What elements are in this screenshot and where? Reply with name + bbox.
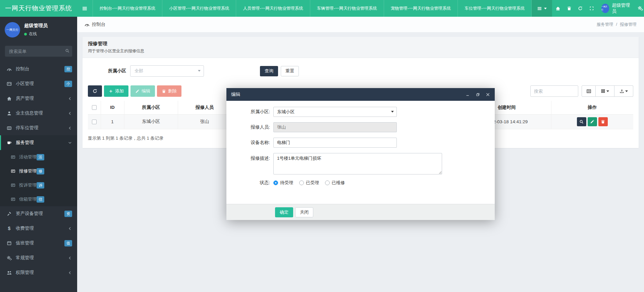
avatar: 一网天行 <box>601 4 609 13</box>
close-button[interactable]: 关闭 <box>295 207 313 217</box>
pencil-icon <box>590 120 594 124</box>
row-checkbox[interactable] <box>92 120 97 124</box>
menu-badge: 控 <box>64 66 72 72</box>
sidebar: 一网天行 超级管理员 在线 控制台 控 小区管理 小 房产管理 业主信息管理 <box>0 17 77 292</box>
cell-community: 东城小区 <box>124 114 178 129</box>
export-button[interactable] <box>614 85 633 97</box>
row-view-button[interactable] <box>577 117 586 126</box>
online-dot-icon <box>24 33 27 35</box>
cell-id: 1 <box>101 114 124 129</box>
sidebar-item-permissions[interactable]: 权限管理 <box>0 265 77 280</box>
caret-down-icon <box>625 90 628 92</box>
menu-search-input[interactable] <box>5 46 72 57</box>
chevron-left-icon <box>68 256 72 260</box>
dashboard-icon <box>6 67 12 72</box>
clear-cache-button[interactable] <box>564 0 575 17</box>
list-view-icon <box>586 89 591 94</box>
community-field-label: 所属小区: <box>226 109 273 115</box>
caret-down-icon <box>544 8 547 9</box>
row-edit-button[interactable] <box>588 117 597 126</box>
close-icon[interactable] <box>486 92 490 97</box>
maximize-icon[interactable] <box>476 92 480 97</box>
sidebar-item-owner-info[interactable]: 业主信息管理 <box>0 106 77 121</box>
edit-button[interactable]: 编辑 <box>130 85 155 97</box>
sidebar-item-repair[interactable]: 报修管理 修 <box>0 164 77 178</box>
search-icon <box>65 49 69 53</box>
sidebar-item-console[interactable]: 控制台 控 <box>0 62 77 76</box>
tab-pet[interactable]: 宠物管理-一网天行物业管理系统 <box>384 0 458 17</box>
status-option-pending[interactable]: 待受理 <box>273 180 293 186</box>
breadcrumb-separator: / <box>616 22 617 27</box>
sidebar-item-fees[interactable]: $ 收费管理 <box>0 221 77 236</box>
reset-button[interactable]: 重置 <box>281 66 299 76</box>
sidebar-user-name: 超级管理员 <box>24 23 48 29</box>
query-button[interactable]: 查询 <box>260 66 278 76</box>
menu-badge: 活 <box>37 154 44 160</box>
columns-button[interactable] <box>596 85 614 97</box>
menu-badge: 诉 <box>37 182 44 189</box>
tab-parking-space[interactable]: 车位管理-一网天行物业管理系统 <box>458 0 532 17</box>
table-search-input[interactable] <box>530 85 578 97</box>
breadcrumb-parent[interactable]: 服务管理 <box>597 22 613 27</box>
sidebar-item-service[interactable]: 服务管理 <box>0 135 77 150</box>
page-title: 报修管理 <box>88 41 633 47</box>
sidebar-item-general[interactable]: 常规管理 <box>0 250 77 265</box>
navbar-right-tools: 一网天行 超级管理员 <box>532 0 644 17</box>
refresh-button[interactable] <box>575 0 586 17</box>
refresh-icon <box>93 89 97 93</box>
status-option-accepted[interactable]: 已受理 <box>299 180 319 186</box>
sidebar-item-mailbox[interactable]: 信箱管理 信 <box>0 192 77 206</box>
tab-console[interactable]: 控制台-一网天行物业管理系统 <box>93 0 162 17</box>
sidebar-item-activity[interactable]: 活动管理 活 <box>0 150 77 164</box>
detail-view-button[interactable] <box>582 85 596 97</box>
refresh-table-button[interactable] <box>88 85 102 97</box>
fullscreen-button[interactable] <box>586 0 597 17</box>
sidebar-toggle-icon[interactable] <box>77 0 93 17</box>
minimize-icon[interactable] <box>466 92 470 97</box>
desc-field-label: 报修描述: <box>226 153 273 161</box>
sidebar-item-property[interactable]: 房产管理 <box>0 91 77 106</box>
parking-icon <box>6 126 12 131</box>
select-all-checkbox[interactable] <box>92 105 97 110</box>
confirm-button[interactable]: 确定 <box>275 207 293 217</box>
refresh-icon <box>578 6 583 11</box>
cell-reporter: 张山 <box>178 114 231 129</box>
tabs-menu-button[interactable] <box>532 0 552 17</box>
col-actions: 操作 <box>551 101 633 114</box>
sidebar-item-complaint[interactable]: 投诉管理 诉 <box>0 178 77 192</box>
dialog-titlebar[interactable]: 编辑 <box>226 88 495 101</box>
status-option-repaired[interactable]: 已维修 <box>325 180 345 186</box>
device-name-input[interactable] <box>273 138 397 148</box>
tab-personnel[interactable]: 人员管理-一网天行物业管理系统 <box>236 0 310 17</box>
settings-button[interactable] <box>635 0 644 17</box>
tab-vehicle[interactable]: 车辆管理-一网天行物业管理系统 <box>310 0 384 17</box>
sidebar-item-community[interactable]: 小区管理 小 <box>0 76 77 91</box>
community-select[interactable]: 东城小区 <box>273 107 397 117</box>
community-filter-label: 所属小区 <box>83 68 126 74</box>
chevron-down-icon <box>68 141 72 145</box>
status-field-label: 状态: <box>226 180 273 186</box>
sidebar-menu: 控制台 控 小区管理 小 房产管理 业主信息管理 停车位管理 服务管理 <box>0 62 77 280</box>
chevron-left-icon <box>68 126 72 130</box>
sidebar-item-assets[interactable]: 资产设备管理 资 <box>0 206 77 221</box>
breadcrumb-home[interactable]: 控制台 <box>92 21 106 27</box>
home-button[interactable] <box>552 0 564 17</box>
menu-badge: 信 <box>37 196 44 203</box>
user-menu[interactable]: 一网天行 超级管理员 <box>597 2 635 14</box>
magnifier-icon <box>579 120 584 124</box>
reporter-field-label: 报修人员: <box>226 124 273 130</box>
delete-button[interactable]: 删除 <box>157 85 181 97</box>
community-filter-select[interactable]: 全部 <box>130 65 204 77</box>
sidebar-item-parking[interactable]: 停车位管理 <box>0 121 77 135</box>
add-button[interactable]: 添加 <box>104 85 128 97</box>
sidebar-item-duty[interactable]: 值班管理 值 <box>0 236 77 250</box>
col-id: ID <box>101 101 124 114</box>
trash-icon <box>601 120 605 124</box>
grid-icon <box>601 89 605 93</box>
row-delete-button[interactable] <box>598 117 608 126</box>
gears-icon <box>6 256 12 261</box>
breadcrumb-current: 报修管理 <box>620 22 637 27</box>
tab-community[interactable]: 小区管理-一网天行物业管理系统 <box>162 0 236 17</box>
repair-desc-textarea[interactable]: 1号楼1单元电梯门损坏 <box>273 153 442 174</box>
gavel-icon <box>6 211 12 216</box>
